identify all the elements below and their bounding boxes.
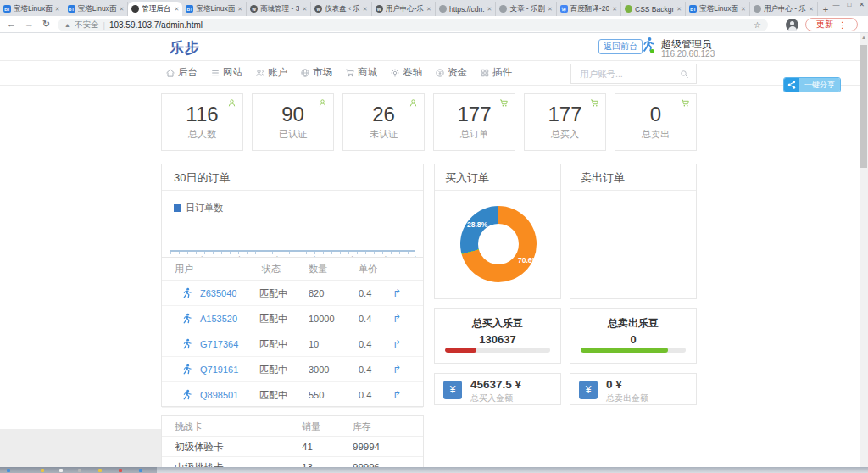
reload-icon[interactable]: ↻ (42, 19, 50, 30)
tab-close-icon[interactable]: ✕ (55, 6, 60, 13)
tab-close-icon[interactable]: ✕ (237, 6, 242, 13)
tab-close-icon[interactable]: ✕ (741, 6, 746, 13)
tab-close-icon[interactable]: ✕ (487, 6, 492, 13)
user-link[interactable]: A153520 (200, 314, 237, 324)
stat-card[interactable]: 177 总买入 (524, 93, 606, 151)
forward-arrow-icon[interactable]: ↱ (392, 338, 401, 350)
nav-item-plugins[interactable]: 插件 (480, 66, 512, 79)
nav-item-scroll[interactable]: 卷轴 (390, 66, 422, 79)
browser-tab[interactable]: 译 百度翻译-20 ✕ (557, 2, 621, 16)
tab-close-icon[interactable]: ✕ (426, 6, 431, 13)
new-tab-button[interactable]: + (823, 4, 828, 14)
tab-favicon: BT (68, 5, 75, 13)
tab-favicon (754, 5, 761, 13)
browser-tab[interactable]: 用户中心 - 乐 ✕ (750, 2, 818, 16)
stat-icon (409, 98, 418, 108)
browser-tab[interactable]: 文章 - 乐剧 ✕ (496, 2, 556, 16)
omnibox[interactable]: ▲ 不安全 | 103.59.103.7/admin.html ☆ (58, 19, 768, 31)
user-link[interactable]: Q898501 (200, 390, 238, 400)
back-icon[interactable]: ← (7, 19, 16, 30)
forward-arrow-icon[interactable]: ↱ (392, 364, 401, 376)
tab-close-icon[interactable]: ✕ (120, 6, 125, 13)
taskbar-icon[interactable] (119, 469, 122, 472)
tab-close-icon[interactable]: ✕ (302, 6, 307, 13)
browser-tab[interactable]: W 商城管理 - 3 ✕ (247, 2, 311, 16)
nav-item-mall[interactable]: 商城 (345, 66, 377, 79)
taskbar-icon[interactable] (139, 469, 142, 472)
stat-label: 总买入 (525, 128, 605, 141)
forward-arrow-icon[interactable]: ↱ (392, 313, 401, 325)
browser-tab[interactable]: CSS Backgr ✕ (621, 2, 686, 16)
buy-orders-donut[interactable] (460, 206, 537, 282)
background-window-edge (0, 429, 161, 468)
scrollbar-thumb[interactable] (860, 45, 867, 168)
user-link[interactable]: G717364 (200, 339, 238, 349)
restore-button[interactable]: □ (847, 1, 851, 8)
sell-beans-fill (581, 348, 668, 353)
stat-card[interactable]: 0 总卖出 (615, 93, 697, 151)
browser-tab[interactable]: W 仪表盘 ‹ 乐 ✕ (311, 2, 371, 16)
site-logo[interactable]: 乐步 (170, 38, 200, 58)
browser-tab[interactable]: BT 宝塔Linux面 ✕ (182, 2, 247, 16)
buy-beans-fill (445, 348, 476, 353)
share-float-button[interactable]: 一键分享 (783, 77, 841, 92)
stat-card[interactable]: 116 总人数 (161, 93, 243, 151)
url-text[interactable]: 103.59.103.7/admin.html (109, 20, 203, 30)
taskbar-icon[interactable] (78, 469, 81, 472)
stat-card[interactable]: 90 已认证 (252, 93, 334, 151)
taskbar-start-orb[interactable] (7, 469, 10, 472)
bookmark-star-icon[interactable]: ☆ (754, 20, 761, 30)
tab-favicon: W (376, 5, 383, 13)
browser-tab[interactable]: BT 宝塔Linux面 ✕ (64, 2, 129, 16)
nav-item-market[interactable]: 市场 (300, 66, 332, 79)
stat-icon (499, 98, 509, 108)
back-to-front-button[interactable]: 返回前台 (598, 39, 643, 54)
tab-title: 仪表盘 ‹ 乐 (325, 4, 360, 14)
nav-item-backend[interactable]: 后台 (165, 66, 198, 79)
forward-arrow-icon[interactable]: ↱ (392, 287, 401, 299)
browser-tab[interactable]: 管理后台 ✕ (128, 2, 182, 16)
tab-close-icon[interactable]: ✕ (612, 6, 617, 13)
user-link[interactable]: Q719161 (200, 364, 238, 375)
forward-arrow-icon[interactable]: ↱ (392, 389, 401, 401)
browser-profile-avatar[interactable] (786, 19, 798, 31)
browser-update-button[interactable]: 更新 ⋮ (805, 18, 858, 31)
buy-amount-value: 45637.5 ¥ (470, 378, 521, 391)
scroll-up-icon[interactable]: ▲ (860, 35, 868, 40)
browser-tab[interactable]: https://cdn. ✕ (436, 2, 496, 16)
tab-close-icon[interactable]: ✕ (809, 6, 814, 13)
search-input[interactable] (578, 68, 680, 80)
page-scrollbar[interactable]: ▲ ▼ (860, 33, 868, 473)
browser-tab[interactable]: BT 宝塔Linux面 ✕ (0, 2, 64, 16)
close-button[interactable]: ✕ (859, 1, 865, 8)
stat-card[interactable]: 26 未认证 (342, 93, 425, 151)
buy-beans-bar (445, 348, 550, 353)
table-row: 初级体验卡 41 99994 (162, 437, 423, 457)
nav-item-account[interactable]: 账户 (255, 66, 287, 79)
stat-card[interactable]: 177 总订单 (433, 93, 515, 151)
windows-taskbar[interactable] (0, 467, 868, 473)
taskbar-icon[interactable] (41, 469, 44, 472)
tab-close-icon[interactable]: ✕ (676, 6, 682, 13)
tab-close-icon[interactable]: ✕ (175, 6, 180, 13)
browser-tab[interactable]: BT 宝塔Linux面 ✕ (686, 2, 750, 16)
tab-close-icon[interactable]: ✕ (363, 6, 368, 13)
browser-tab[interactable]: W 用户中心-乐 ✕ (372, 2, 436, 16)
nav-item-website[interactable]: 网站 (210, 66, 242, 79)
card-name: 初级体验卡 (175, 440, 224, 453)
status-text: 匹配中 (259, 287, 287, 299)
tab-close-icon[interactable]: ✕ (548, 6, 553, 13)
security-warning-icon[interactable]: ▲ (64, 22, 70, 28)
user-link[interactable]: Z635040 (200, 288, 236, 298)
orders-chart-legend[interactable]: 日订单数 (174, 202, 223, 214)
tab-title: 文章 - 乐剧 (509, 4, 545, 14)
nav-item-funds[interactable]: 资金 (435, 66, 467, 79)
sales-value: 41 (302, 442, 313, 452)
search-icon[interactable] (680, 70, 689, 79)
minimize-button[interactable]: — (832, 1, 839, 8)
menu-dots-icon[interactable]: ⋮ (838, 20, 847, 30)
tab-title: 用户中心 - 乐 (764, 4, 806, 14)
taskbar-icon[interactable] (98, 469, 102, 472)
taskbar-icon[interactable] (59, 469, 63, 472)
forward-icon[interactable]: → (25, 19, 34, 30)
